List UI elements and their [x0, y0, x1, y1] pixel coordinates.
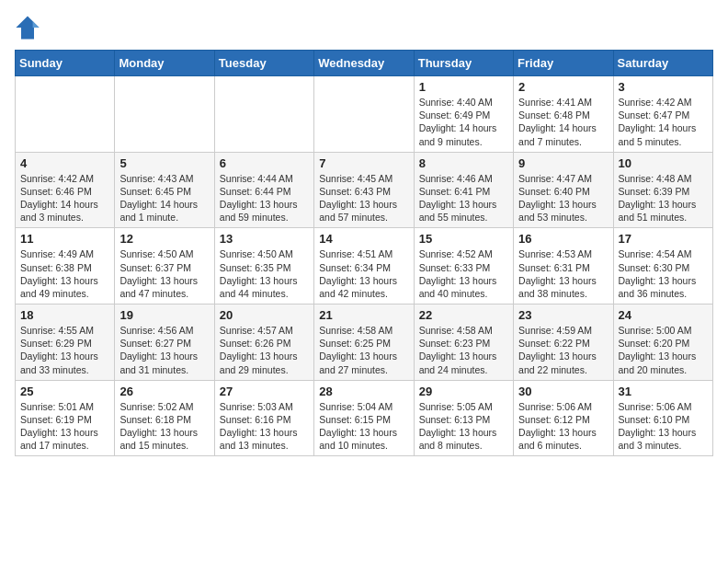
calendar-cell: 17Sunrise: 4:54 AM Sunset: 6:30 PM Dayli… [613, 228, 712, 304]
day-info: Sunrise: 4:50 AM Sunset: 6:37 PM Dayligh… [119, 247, 209, 300]
day-number: 29 [419, 385, 508, 398]
calendar-cell: 23Sunrise: 4:59 AM Sunset: 6:22 PM Dayli… [514, 304, 613, 381]
calendar-cell: 13Sunrise: 4:50 AM Sunset: 6:35 PM Dayli… [214, 228, 313, 304]
day-number: 30 [518, 385, 608, 398]
calendar-cell: 7Sunrise: 4:45 AM Sunset: 6:43 PM Daylig… [314, 152, 414, 228]
day-info: Sunrise: 4:59 AM Sunset: 6:22 PM Dayligh… [518, 324, 608, 376]
day-info: Sunrise: 4:56 AM Sunset: 6:27 PM Dayligh… [119, 324, 209, 376]
day-info: Sunrise: 4:50 AM Sunset: 6:35 PM Dayligh… [220, 247, 309, 300]
day-number: 5 [119, 156, 209, 170]
calendar-cell: 1Sunrise: 4:40 AM Sunset: 6:49 PM Daylig… [414, 76, 513, 153]
calendar-cell [115, 76, 214, 153]
calendar-cell: 28Sunrise: 5:04 AM Sunset: 6:15 PM Dayli… [314, 380, 414, 456]
day-info: Sunrise: 4:52 AM Sunset: 6:33 PM Dayligh… [419, 247, 508, 300]
calendar-cell: 9Sunrise: 4:47 AM Sunset: 6:40 PM Daylig… [514, 152, 613, 228]
day-info: Sunrise: 4:55 AM Sunset: 6:29 PM Dayligh… [20, 324, 109, 376]
calendar-cell: 24Sunrise: 5:00 AM Sunset: 6:20 PM Dayli… [613, 304, 712, 381]
day-info: Sunrise: 5:02 AM Sunset: 6:18 PM Dayligh… [119, 400, 209, 453]
calendar-cell: 14Sunrise: 4:51 AM Sunset: 6:34 PM Dayli… [314, 228, 414, 304]
logo-icon [15, 15, 40, 40]
day-number: 20 [220, 308, 309, 322]
day-number: 7 [319, 156, 408, 170]
calendar-cell: 31Sunrise: 5:06 AM Sunset: 6:10 PM Dayli… [613, 380, 712, 456]
day-number: 6 [220, 156, 309, 170]
day-number: 2 [518, 80, 608, 94]
day-info: Sunrise: 5:01 AM Sunset: 6:19 PM Dayligh… [20, 400, 109, 453]
header-cell-monday: Monday [115, 51, 214, 76]
day-info: Sunrise: 4:40 AM Sunset: 6:49 PM Dayligh… [419, 96, 508, 148]
logo [15, 15, 44, 40]
day-number: 14 [319, 232, 408, 246]
header-cell-tuesday: Tuesday [214, 51, 313, 76]
day-info: Sunrise: 5:06 AM Sunset: 6:12 PM Dayligh… [518, 400, 608, 453]
header-row: SundayMondayTuesdayWednesdayThursdayFrid… [16, 51, 713, 76]
day-info: Sunrise: 5:04 AM Sunset: 6:15 PM Dayligh… [319, 400, 408, 453]
calendar-cell: 10Sunrise: 4:48 AM Sunset: 6:39 PM Dayli… [613, 152, 712, 228]
calendar-cell: 11Sunrise: 4:49 AM Sunset: 6:38 PM Dayli… [16, 228, 115, 304]
day-info: Sunrise: 4:49 AM Sunset: 6:38 PM Dayligh… [20, 247, 109, 300]
calendar-cell: 16Sunrise: 4:53 AM Sunset: 6:31 PM Dayli… [514, 228, 613, 304]
calendar-cell: 20Sunrise: 4:57 AM Sunset: 6:26 PM Dayli… [214, 304, 313, 381]
day-number: 15 [419, 232, 508, 246]
day-number: 28 [319, 385, 408, 398]
header-cell-saturday: Saturday [613, 51, 712, 76]
calendar-cell [16, 76, 115, 153]
day-number: 25 [20, 385, 109, 398]
calendar-cell: 8Sunrise: 4:46 AM Sunset: 6:41 PM Daylig… [414, 152, 513, 228]
day-info: Sunrise: 4:47 AM Sunset: 6:40 PM Dayligh… [518, 172, 608, 224]
header-cell-friday: Friday [514, 51, 613, 76]
calendar-cell: 30Sunrise: 5:06 AM Sunset: 6:12 PM Dayli… [514, 380, 613, 456]
calendar-week-2: 4Sunrise: 4:42 AM Sunset: 6:46 PM Daylig… [16, 152, 713, 228]
calendar-cell [214, 76, 313, 153]
day-info: Sunrise: 5:05 AM Sunset: 6:13 PM Dayligh… [419, 400, 508, 453]
calendar-table: SundayMondayTuesdayWednesdayThursdayFrid… [15, 50, 713, 456]
day-info: Sunrise: 4:41 AM Sunset: 6:48 PM Dayligh… [518, 96, 608, 148]
day-info: Sunrise: 4:57 AM Sunset: 6:26 PM Dayligh… [220, 324, 309, 376]
calendar-cell: 4Sunrise: 4:42 AM Sunset: 6:46 PM Daylig… [16, 152, 115, 228]
day-number: 4 [20, 156, 109, 170]
calendar-cell: 29Sunrise: 5:05 AM Sunset: 6:13 PM Dayli… [414, 380, 513, 456]
day-info: Sunrise: 4:42 AM Sunset: 6:47 PM Dayligh… [619, 96, 708, 148]
day-info: Sunrise: 4:51 AM Sunset: 6:34 PM Dayligh… [319, 247, 408, 300]
day-info: Sunrise: 5:03 AM Sunset: 6:16 PM Dayligh… [220, 400, 309, 453]
calendar-week-3: 11Sunrise: 4:49 AM Sunset: 6:38 PM Dayli… [16, 228, 713, 304]
calendar-cell: 5Sunrise: 4:43 AM Sunset: 6:45 PM Daylig… [115, 152, 214, 228]
day-number: 13 [220, 232, 309, 246]
day-info: Sunrise: 4:58 AM Sunset: 6:25 PM Dayligh… [319, 324, 408, 376]
day-number: 12 [119, 232, 209, 246]
calendar-week-1: 1Sunrise: 4:40 AM Sunset: 6:49 PM Daylig… [16, 76, 713, 153]
day-number: 24 [619, 308, 708, 322]
day-number: 16 [518, 232, 608, 246]
day-number: 10 [619, 156, 708, 170]
day-number: 1 [419, 80, 508, 94]
day-number: 23 [518, 308, 608, 322]
day-number: 19 [119, 308, 209, 322]
calendar-cell: 21Sunrise: 4:58 AM Sunset: 6:25 PM Dayli… [314, 304, 414, 381]
calendar-cell: 25Sunrise: 5:01 AM Sunset: 6:19 PM Dayli… [16, 380, 115, 456]
calendar-cell: 18Sunrise: 4:55 AM Sunset: 6:29 PM Dayli… [16, 304, 115, 381]
day-info: Sunrise: 5:00 AM Sunset: 6:20 PM Dayligh… [619, 324, 708, 376]
calendar-cell: 2Sunrise: 4:41 AM Sunset: 6:48 PM Daylig… [514, 76, 613, 153]
day-number: 31 [619, 385, 708, 398]
day-info: Sunrise: 4:43 AM Sunset: 6:45 PM Dayligh… [119, 172, 209, 224]
header-cell-thursday: Thursday [414, 51, 513, 76]
calendar-cell [314, 76, 414, 153]
day-info: Sunrise: 4:42 AM Sunset: 6:46 PM Dayligh… [20, 172, 109, 224]
calendar-header: SundayMondayTuesdayWednesdayThursdayFrid… [16, 51, 713, 76]
day-info: Sunrise: 4:44 AM Sunset: 6:44 PM Dayligh… [220, 172, 309, 224]
header-cell-sunday: Sunday [16, 51, 115, 76]
day-number: 17 [619, 232, 708, 246]
calendar-cell: 15Sunrise: 4:52 AM Sunset: 6:33 PM Dayli… [414, 228, 513, 304]
day-info: Sunrise: 4:54 AM Sunset: 6:30 PM Dayligh… [619, 247, 708, 300]
day-number: 21 [319, 308, 408, 322]
day-info: Sunrise: 4:46 AM Sunset: 6:41 PM Dayligh… [419, 172, 508, 224]
calendar-week-5: 25Sunrise: 5:01 AM Sunset: 6:19 PM Dayli… [16, 380, 713, 456]
day-number: 9 [518, 156, 608, 170]
header-cell-wednesday: Wednesday [314, 51, 414, 76]
day-info: Sunrise: 4:58 AM Sunset: 6:23 PM Dayligh… [419, 324, 508, 376]
day-number: 27 [220, 385, 309, 398]
calendar-cell: 27Sunrise: 5:03 AM Sunset: 6:16 PM Dayli… [214, 380, 313, 456]
calendar-week-4: 18Sunrise: 4:55 AM Sunset: 6:29 PM Dayli… [16, 304, 713, 381]
day-info: Sunrise: 4:53 AM Sunset: 6:31 PM Dayligh… [518, 247, 608, 300]
day-number: 22 [419, 308, 508, 322]
